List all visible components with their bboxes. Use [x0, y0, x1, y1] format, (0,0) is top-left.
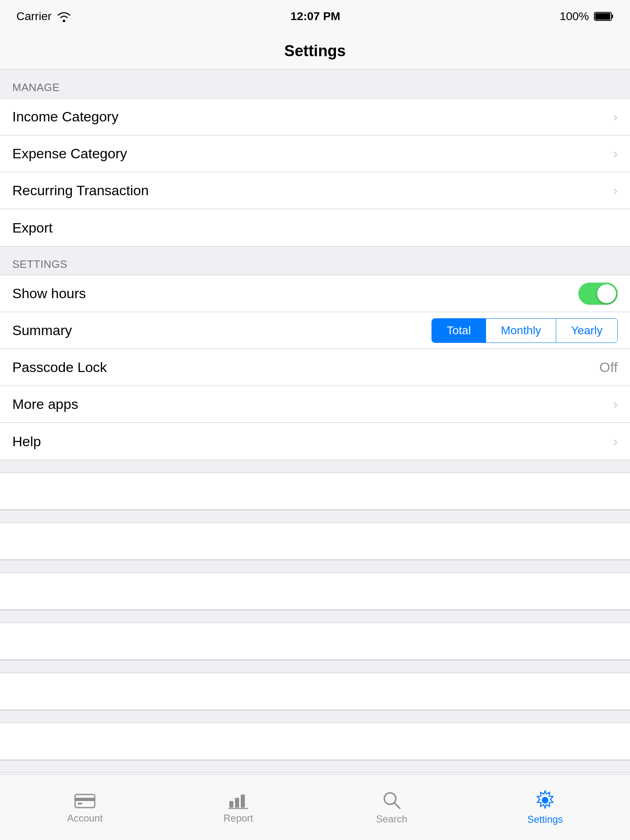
expense-category-chevron: › [613, 146, 618, 161]
svg-rect-6 [229, 801, 233, 808]
manage-section-header: Manage [0, 70, 630, 98]
empty-row-1 [0, 473, 630, 510]
tab-report[interactable]: Report [162, 791, 315, 824]
help-label: Help [12, 434, 41, 450]
battery-icon [594, 11, 614, 22]
account-icon [74, 791, 96, 809]
battery-percent: 100% [559, 10, 589, 23]
summary-row: Summary Total Monthly Yearly [0, 312, 630, 349]
report-icon [228, 791, 249, 809]
time-display: 12:07 PM [290, 10, 340, 23]
summary-segmented-control[interactable]: Total Monthly Yearly [431, 318, 618, 343]
spacer-6 [0, 710, 630, 723]
spacer-4 [0, 610, 630, 623]
empty-row-4 [0, 623, 630, 660]
recurring-transaction-chevron: › [613, 183, 618, 198]
tab-bar: Account Report Search Settings [0, 774, 630, 840]
spacer-5 [0, 660, 630, 673]
empty-group-1 [0, 472, 630, 510]
spacer-3 [0, 560, 630, 573]
spacer-2 [0, 510, 630, 523]
tab-account-label: Account [67, 813, 103, 824]
expense-category-label: Expense Category [12, 146, 127, 162]
search-icon [382, 790, 402, 810]
svg-rect-8 [241, 794, 245, 808]
empty-group-2 [0, 523, 630, 560]
show-hours-label: Show hours [12, 285, 86, 301]
passcode-lock-value: Off [599, 359, 618, 375]
nav-bar: Settings [0, 33, 630, 70]
recurring-transaction-row[interactable]: Recurring Transaction › [0, 172, 630, 209]
expense-category-row[interactable]: Expense Category › [0, 135, 630, 172]
empty-group-3 [0, 573, 630, 610]
summary-monthly-btn[interactable]: Monthly [486, 319, 556, 342]
svg-rect-4 [75, 798, 95, 801]
summary-total-btn[interactable]: Total [432, 319, 486, 342]
page-title: Settings [284, 42, 346, 60]
income-category-row[interactable]: Income Category › [0, 98, 630, 135]
toggle-thumb [597, 284, 616, 303]
svg-line-11 [394, 803, 400, 808]
empty-row-6 [0, 723, 630, 760]
empty-row-5 [0, 673, 630, 710]
more-apps-row[interactable]: More apps › [0, 386, 630, 423]
empty-group-5 [0, 673, 630, 710]
status-left: Carrier [16, 10, 71, 23]
empty-row-3 [0, 573, 630, 610]
income-category-chevron: › [613, 109, 618, 124]
show-hours-toggle[interactable] [578, 283, 618, 305]
export-label: Export [12, 220, 52, 236]
manage-table-group: Income Category › Expense Category › Rec… [0, 98, 630, 247]
empty-group-4 [0, 623, 630, 660]
status-right: 100% [559, 10, 614, 23]
tab-settings-label: Settings [527, 814, 563, 825]
svg-rect-5 [78, 803, 82, 804]
spacer-7 [0, 760, 630, 773]
settings-table-group: Show hours Summary Total Monthly Yearly … [0, 275, 630, 460]
help-chevron: › [613, 434, 618, 449]
svg-rect-7 [235, 798, 239, 808]
svg-rect-2 [595, 13, 610, 20]
tab-search[interactable]: Search [315, 790, 468, 825]
recurring-transaction-label: Recurring Transaction [12, 183, 149, 199]
income-category-label: Income Category [12, 109, 119, 125]
export-row[interactable]: Export [0, 209, 630, 246]
tab-account[interactable]: Account [8, 791, 162, 824]
more-apps-chevron: › [613, 397, 618, 412]
show-hours-row[interactable]: Show hours [0, 275, 630, 312]
settings-section-header: Settings [0, 247, 630, 275]
tab-search-label: Search [376, 813, 407, 825]
more-apps-label: More apps [12, 396, 78, 412]
svg-point-12 [542, 797, 548, 803]
wifi-icon [57, 11, 71, 22]
summary-label: Summary [12, 322, 72, 338]
passcode-lock-row[interactable]: Passcode Lock Off [0, 349, 630, 386]
svg-rect-1 [612, 15, 613, 18]
toggle-track [578, 283, 618, 305]
summary-yearly-btn[interactable]: Yearly [556, 319, 617, 342]
passcode-lock-label: Passcode Lock [12, 359, 107, 375]
spacer-1 [0, 460, 630, 472]
tab-settings[interactable]: Settings [468, 790, 622, 825]
carrier-label: Carrier [16, 10, 52, 23]
tab-report-label: Report [224, 813, 253, 824]
content-area: Manage Income Category › Expense Categor… [0, 70, 630, 810]
empty-row-2 [0, 523, 630, 560]
status-bar: Carrier 12:07 PM 100% [0, 0, 630, 33]
help-row[interactable]: Help › [0, 423, 630, 460]
settings-icon [535, 790, 555, 810]
empty-group-6 [0, 723, 630, 760]
